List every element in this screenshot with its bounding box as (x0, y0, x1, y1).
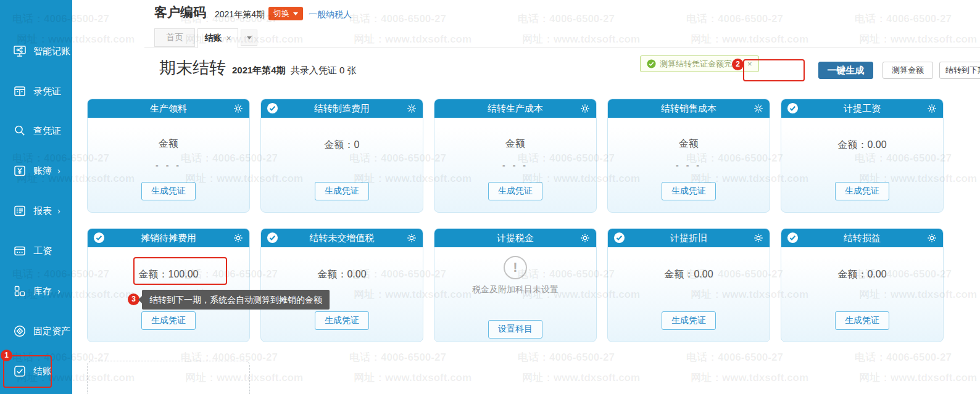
gear-icon[interactable] (753, 103, 764, 114)
carry-to-next-period-button[interactable]: 结转到下期 (939, 62, 980, 79)
card-title: 计提税金 (497, 232, 534, 244)
tab-close-icon[interactable]: × (226, 33, 231, 43)
gear-icon[interactable] (406, 103, 417, 114)
gear-icon[interactable] (926, 103, 937, 114)
card-title: 结转损益 (844, 232, 881, 244)
customer-code-title: 客户编码 (154, 4, 206, 21)
generate-voucher-button[interactable]: 生成凭证 (141, 311, 196, 330)
sidebar-item-inventory[interactable]: 库存 › (0, 281, 72, 301)
tab-closing-label: 结账 (204, 33, 222, 44)
warning-mark: ! (513, 260, 517, 275)
check-circle-icon (787, 102, 799, 114)
calc-amount-button[interactable]: 测算金额 (882, 62, 933, 79)
success-check-icon (647, 59, 656, 68)
card-body: 金额：0.00 生成凭证 (781, 118, 943, 213)
card-title: 计提工资 (844, 103, 881, 115)
check-circle-icon (267, 232, 278, 244)
card-header: 结转生产成本 (434, 99, 596, 118)
sidebar-item-fixed-assets[interactable]: 固定资产 (0, 321, 72, 341)
sidebar-item-smart-accounting[interactable]: 智能记账 (0, 41, 72, 61)
tab-home[interactable]: 首页 (154, 28, 195, 47)
check-circle-icon (613, 232, 625, 244)
sidebar-item-label: 库存 (33, 285, 52, 297)
one-click-generate-button[interactable]: 一键生成 (818, 62, 873, 79)
generate-voucher-button[interactable]: 生成凭证 (662, 182, 716, 200)
tab-list-dropdown[interactable] (241, 30, 257, 46)
amount-dashes: - - - (608, 160, 770, 170)
card-header: 生产领料 (88, 99, 249, 118)
sidebar-item-ledgers[interactable]: 账簿 › (0, 161, 72, 181)
amount-text: 金额：0.00 (261, 247, 423, 281)
card-production-picking: 生产领料 金额 - - - 生成凭证 (87, 99, 250, 213)
gear-icon[interactable] (579, 232, 591, 244)
card-title: 结转未交增值税 (310, 232, 375, 244)
fixed-assets-icon (12, 324, 27, 339)
taxpayer-type-link[interactable]: 一般纳税人 (309, 9, 352, 20)
switch-label: 切换 (273, 8, 289, 19)
payroll-card-icon (12, 244, 27, 258)
card-accrue-salary: 计提工资 金额：0.00 生成凭证 (781, 99, 944, 213)
card-header: 摊销待摊费用 (88, 229, 249, 247)
caret-down-icon (293, 12, 298, 15)
sidebar-item-label: 智能记账 (33, 46, 70, 57)
generate-voucher-button[interactable]: 生成凭证 (315, 182, 369, 200)
card-body: 金额：0.00 生成凭证 (261, 247, 423, 342)
page-head: 期末结转 2021年第4期 共录入凭证 0 张 (159, 57, 356, 79)
toast-close-icon[interactable]: × (747, 59, 752, 68)
card-header: 结转损益 (781, 229, 943, 247)
generate-voucher-button[interactable]: 生成凭证 (835, 182, 889, 200)
chevron-right-icon: › (57, 166, 60, 176)
generate-voucher-button[interactable]: 生成凭证 (315, 311, 369, 330)
card-header: 结转制造费用 (261, 99, 423, 118)
generate-voucher-button[interactable]: 生成凭证 (141, 182, 196, 200)
card-carryover-manufacturing-expense: 结转制造费用 金额：0 生成凭证 (260, 99, 423, 213)
tab-closing[interactable]: 结账 × (197, 28, 238, 48)
amount-label: 金额 (88, 118, 249, 150)
check-circle-icon (93, 232, 105, 244)
sidebar-item-label: 账簿 (33, 165, 52, 177)
sidebar-item-voucher-entry[interactable]: 录凭证 (0, 81, 72, 101)
card-body: 金额 - - - 生成凭证 (434, 118, 596, 213)
check-circle-icon (267, 102, 278, 114)
card-body: 金额：0 生成凭证 (261, 118, 423, 213)
card-header: 计提工资 (781, 99, 943, 118)
amount-label: 金额 (434, 118, 596, 150)
sidebar-item-label: 结账 (33, 366, 52, 377)
generate-voucher-button[interactable]: 生成凭证 (662, 311, 716, 330)
card-amortize-prepaid-expense: 摊销待摊费用 金额：100.00 生成凭证 (87, 228, 250, 342)
card-body: 金额：0.00 生成凭证 (781, 247, 943, 342)
sidebar-item-voucher-search[interactable]: 查凭证 (0, 121, 72, 141)
next-card-placeholder (87, 361, 250, 394)
toast-text: 测算结转凭证金额完成 (660, 59, 740, 70)
switch-period-button[interactable]: 切换 (268, 7, 303, 20)
amount-text: 金额：0 (261, 118, 423, 152)
sidebar-item-label: 查凭证 (33, 125, 61, 137)
generate-voucher-button[interactable]: 生成凭证 (835, 311, 889, 330)
gear-icon[interactable] (753, 232, 764, 244)
card-title: 结转制造费用 (314, 103, 370, 115)
sidebar-item-payroll[interactable]: 工资 (0, 241, 72, 261)
generate-voucher-button[interactable]: 生成凭证 (488, 182, 542, 200)
closing-check-icon (12, 364, 27, 379)
card-body: 金额 - - - 生成凭证 (88, 118, 249, 213)
sidebar-item-reports[interactable]: 报表 › (0, 201, 72, 221)
card-header: 结转销售成本 (608, 99, 770, 118)
card-carryover-unpaid-vat: 结转未交增值税 金额：0.00 生成凭证 (260, 228, 423, 342)
sidebar-item-closing[interactable]: 结账 (0, 361, 72, 381)
gear-icon[interactable] (406, 232, 417, 244)
card-body: ! 税金及附加科目未设置 设置科目 (434, 256, 596, 342)
inventory-blocks-icon (12, 284, 27, 298)
gear-icon[interactable] (579, 103, 591, 114)
gear-icon[interactable] (233, 232, 244, 244)
amount-label: 金额 (608, 118, 770, 150)
sidebar-item-label: 录凭证 (33, 86, 61, 97)
gear-icon[interactable] (926, 232, 937, 244)
set-subject-button[interactable]: 设置科目 (488, 320, 542, 339)
gear-icon[interactable] (233, 103, 244, 114)
check-circle-icon (787, 232, 799, 244)
sidebar-item-label: 工资 (33, 245, 52, 257)
sidebar-item-label: 固定资产 (33, 326, 70, 337)
amount-dashes: - - - (434, 160, 596, 170)
amount-text: 金额：100.00 (88, 247, 249, 281)
period-label: 2021年第4期 (215, 9, 265, 20)
